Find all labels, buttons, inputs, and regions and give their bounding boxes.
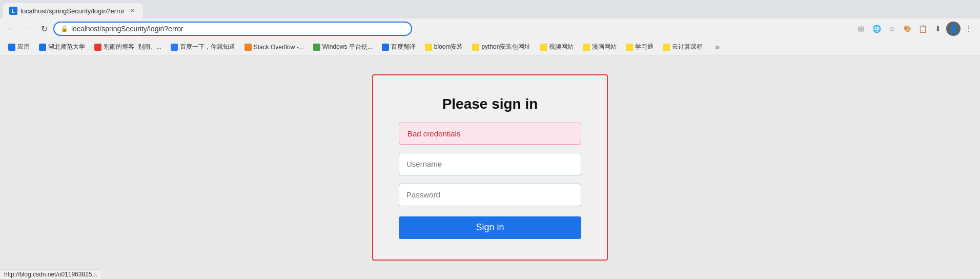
bookmark-label: 学习通 [635, 43, 654, 51]
error-banner: Bad credentials [399, 123, 581, 145]
login-card: Please sign in Bad credentials Sign in [372, 74, 608, 261]
status-text: http://blog.csdn.net/u011963825... [4, 271, 97, 278]
bookmark-favicon [472, 44, 479, 51]
bookmark-favicon [626, 44, 633, 51]
tab-close-button[interactable]: ✕ [128, 6, 137, 15]
bookmark-bloom[interactable]: bloom安装 [421, 41, 467, 53]
bookmark-button[interactable]: ☆ [885, 22, 899, 36]
bookmark-python[interactable]: python安装包网址 [468, 41, 535, 53]
username-input[interactable] [399, 153, 581, 175]
bookmark-favicon [244, 44, 252, 51]
login-title: Please sign in [442, 96, 538, 112]
forward-button[interactable]: → [21, 22, 35, 36]
bookmark-label: bloom安装 [434, 43, 463, 51]
page-content: Please sign in Bad credentials Sign in [0, 55, 980, 279]
extensions-button[interactable]: ⊞ [854, 22, 868, 36]
bookmark-xuetong[interactable]: 学习通 [622, 41, 658, 53]
bookmark-label: 视频网站 [549, 43, 574, 51]
bookmark-label: Stack Overflow -... [254, 44, 304, 51]
bookmark-label: 别闹的博客_别闹、... [104, 43, 161, 51]
nav-bar: ← → ↻ 🔒 localhost/springSecurity/login?e… [0, 18, 980, 39]
tab-favicon: L [9, 7, 17, 15]
sign-in-button[interactable]: Sign in [399, 216, 581, 239]
address-bar[interactable]: 🔒 localhost/springSecurity/login?error [53, 22, 412, 36]
error-message: Bad credentials [407, 129, 460, 138]
reload-button[interactable]: ↻ [37, 22, 51, 36]
bookmark-apps[interactable]: 应用 [4, 41, 34, 53]
profile-button[interactable]: 👤 [946, 22, 961, 36]
tab-title: localhost/springSecurity/login?error [21, 7, 125, 15]
bookmark-favicon [425, 44, 432, 51]
bookmarks-bar: 应用 湖北师范大学 别闹的博客_别闹、... 百度一下，你就知道 Stack O… [0, 39, 980, 55]
bookmark-label: 漫画网站 [592, 43, 617, 51]
bookmark-label: 云计算课程 [672, 43, 703, 51]
lock-icon: 🔒 [60, 25, 68, 32]
more-bookmarks-button[interactable]: » [710, 40, 724, 54]
bookmark-favicon [540, 44, 547, 51]
status-bar: http://blog.csdn.net/u011963825... [0, 269, 101, 279]
bookmark-label: 应用 [17, 43, 30, 51]
bookmark-favicon [171, 44, 178, 51]
menu-button[interactable]: ⋮ [962, 22, 976, 36]
translate-button[interactable]: 🌐 [869, 22, 884, 36]
bookmark-baidu[interactable]: 百度一下，你就知道 [167, 41, 239, 53]
color-picker-button[interactable]: 🎨 [900, 22, 914, 36]
bookmark-favicon [583, 44, 590, 51]
password-input[interactable] [399, 184, 581, 206]
bookmark-manga[interactable]: 漫画网站 [579, 41, 621, 53]
bookmark-label: 湖北师范大学 [48, 43, 85, 51]
bookmark-windows[interactable]: Windows 平台使... [309, 41, 377, 53]
browser-chrome: L localhost/springSecurity/login?error ✕… [0, 0, 980, 55]
nav-right-buttons: ⊞ 🌐 ☆ 🎨 📋 ⬇ 👤 ⋮ [854, 22, 976, 36]
bookmark-translate[interactable]: 百度翻译 [378, 41, 420, 53]
bookmark-label: 百度翻译 [391, 43, 416, 51]
bookmark-favicon [94, 44, 101, 51]
bookmark-cloud[interactable]: 云计算课程 [659, 41, 707, 53]
bookmark-label: python安装包网址 [481, 43, 530, 51]
downloads-button[interactable]: ⬇ [931, 22, 945, 36]
active-tab[interactable]: L localhost/springSecurity/login?error ✕ [3, 3, 143, 18]
bookmark-label: 百度一下，你就知道 [180, 43, 235, 51]
bookmark-favicon [663, 44, 670, 51]
tab-bar: L localhost/springSecurity/login?error ✕ [0, 0, 980, 18]
bookmark-label: Windows 平台使... [322, 43, 373, 51]
bookmark-video[interactable]: 视频网站 [536, 41, 578, 53]
bookmarks-manager-button[interactable]: 📋 [915, 22, 930, 36]
bookmark-favicon [39, 44, 46, 51]
bookmark-favicon [8, 44, 15, 51]
bookmark-bielao[interactable]: 别闹的博客_别闹、... [90, 41, 166, 53]
bookmark-favicon [313, 44, 320, 51]
bookmark-favicon [382, 44, 389, 51]
url-text: localhost/springSecurity/login?error [71, 25, 405, 33]
back-button[interactable]: ← [4, 22, 18, 36]
bookmark-university[interactable]: 湖北师范大学 [35, 41, 89, 53]
bookmark-stackoverflow[interactable]: Stack Overflow -... [240, 42, 308, 53]
